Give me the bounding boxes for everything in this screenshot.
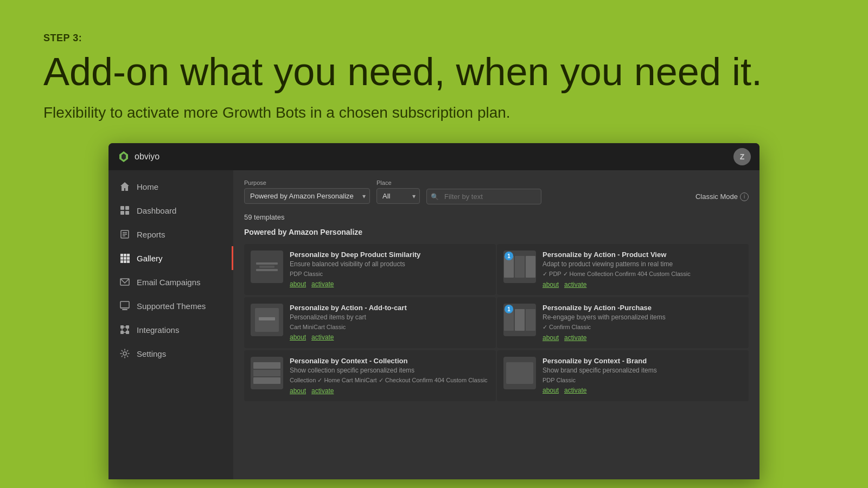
card-description: Ensure balanced visibility of all produc… bbox=[290, 260, 489, 268]
section-title: Powered by Amazon Personalize bbox=[244, 228, 749, 236]
purpose-filter-group: Purpose Powered by Amazon Personalize bbox=[244, 179, 370, 204]
card-thumbnail: 1 bbox=[503, 251, 536, 283]
sidebar-item-email-campaigns[interactable]: Email Campaigns bbox=[108, 270, 233, 294]
subheadline: Flexibility to activate more Growth Bots… bbox=[43, 104, 825, 121]
card-links: aboutactivate bbox=[542, 281, 742, 288]
page-container: STEP 3: Add-on what you need, when you n… bbox=[0, 0, 868, 479]
logo-icon bbox=[117, 150, 130, 163]
card-thumbnail: 1 bbox=[503, 304, 536, 336]
gallery-icon bbox=[119, 253, 130, 264]
app-window: obviyo Z Home bbox=[108, 143, 760, 479]
card-link-activate[interactable]: activate bbox=[564, 334, 586, 342]
place-select[interactable]: All bbox=[376, 188, 420, 204]
card-title: Personalize by Context - Brand bbox=[542, 357, 742, 365]
sidebar-item-dashboard[interactable]: Dashboard bbox=[108, 198, 233, 222]
card-link-activate[interactable]: activate bbox=[564, 387, 586, 394]
card-tags: PDP Classic bbox=[290, 271, 489, 277]
card-tags: ✓ PDP ✓ Home Collection Confirm 404 Cust… bbox=[542, 271, 742, 278]
sidebar: Home Dashboard bbox=[108, 170, 233, 479]
card-tags: ✓ Confirm Classic bbox=[542, 324, 742, 331]
sidebar-item-label: Home bbox=[137, 182, 158, 191]
card-tags: PDP Classic bbox=[542, 377, 742, 383]
template-card[interactable]: 1 Personalize by Action - Product View A… bbox=[497, 244, 749, 295]
svg-rect-3 bbox=[125, 211, 129, 215]
card-links: aboutactivate bbox=[290, 280, 489, 288]
card-thumbnail bbox=[251, 357, 283, 389]
card-link-activate[interactable]: activate bbox=[311, 333, 334, 341]
template-card[interactable]: Personalize by Action - Add-to-cart Pers… bbox=[244, 297, 496, 348]
sidebar-item-gallery[interactable]: Gallery bbox=[108, 246, 233, 270]
card-description: Show collection specific personalized it… bbox=[290, 367, 489, 374]
card-link-activate[interactable]: activate bbox=[311, 387, 334, 395]
logo-text: obviyo bbox=[135, 152, 159, 162]
sidebar-item-settings[interactable]: Settings bbox=[108, 342, 233, 365]
svg-rect-0 bbox=[120, 206, 124, 210]
sidebar-item-label: Gallery bbox=[137, 254, 163, 263]
template-card[interactable]: Personalize by Context - Brand Show bran… bbox=[497, 350, 749, 401]
svg-rect-23 bbox=[120, 331, 124, 334]
card-title: Personalize by Deep Product Similarity bbox=[290, 251, 489, 259]
purpose-select[interactable]: Powered by Amazon Personalize bbox=[244, 188, 370, 204]
card-title: Personalize by Action -Purchase bbox=[542, 304, 742, 312]
card-links: aboutactivate bbox=[542, 387, 742, 394]
title-bar: obviyo Z bbox=[108, 143, 760, 170]
card-link-about[interactable]: about bbox=[542, 281, 559, 288]
search-wrapper bbox=[426, 189, 541, 204]
card-link-activate[interactable]: activate bbox=[564, 281, 586, 288]
sidebar-item-label: Dashboard bbox=[137, 206, 176, 215]
user-avatar[interactable]: Z bbox=[733, 148, 751, 165]
card-links: aboutactivate bbox=[542, 334, 742, 342]
svg-rect-8 bbox=[120, 254, 123, 256]
templates-count: 59 templates bbox=[244, 213, 749, 221]
content-area: Purpose Powered by Amazon Personalize Pl… bbox=[233, 170, 760, 479]
card-link-about[interactable]: about bbox=[290, 387, 306, 395]
card-thumb-inner bbox=[251, 357, 283, 389]
card-thumbnail bbox=[251, 304, 283, 336]
sidebar-item-label: Settings bbox=[137, 349, 166, 358]
classic-mode-label: Classic Mode bbox=[695, 192, 738, 201]
dashboard-icon bbox=[119, 205, 130, 216]
card-link-activate[interactable]: activate bbox=[311, 280, 334, 288]
search-input[interactable] bbox=[426, 189, 541, 204]
card-description: Adapt to product viewing patterns in rea… bbox=[542, 260, 742, 268]
template-cards-grid: Personalize by Deep Product Similarity E… bbox=[244, 244, 749, 402]
sidebar-item-supported-themes[interactable]: Supported Themes bbox=[108, 294, 233, 318]
main-layout: Home Dashboard bbox=[108, 170, 760, 479]
step-label: STEP 3: bbox=[43, 33, 825, 44]
svg-point-29 bbox=[123, 352, 126, 355]
svg-rect-11 bbox=[120, 257, 123, 260]
reports-icon bbox=[119, 229, 130, 240]
card-title: Personalize by Context - Collection bbox=[290, 357, 489, 365]
card-thumbnail bbox=[503, 357, 536, 389]
card-thumb-inner bbox=[251, 304, 283, 336]
template-card[interactable]: 1 Personalize by Action -Purchase Re-eng… bbox=[497, 297, 749, 348]
card-info: Personalize by Context - Collection Show… bbox=[290, 357, 489, 395]
card-link-about[interactable]: about bbox=[290, 280, 306, 288]
card-thumb-inner bbox=[503, 357, 536, 389]
card-link-about[interactable]: about bbox=[542, 334, 559, 342]
card-tags: Cart MiniCart Classic bbox=[290, 324, 489, 330]
card-thumb-inner bbox=[251, 251, 283, 283]
svg-rect-12 bbox=[124, 257, 126, 260]
filter-row: Purpose Powered by Amazon Personalize Pl… bbox=[244, 179, 749, 204]
place-select-wrapper: All bbox=[376, 188, 420, 204]
card-info: Personalize by Action - Add-to-cart Pers… bbox=[290, 304, 489, 341]
card-link-about[interactable]: about bbox=[542, 387, 559, 394]
card-links: aboutactivate bbox=[290, 333, 489, 341]
template-card[interactable]: Personalize by Context - Collection Show… bbox=[244, 350, 496, 401]
sidebar-item-label: Email Campaigns bbox=[137, 278, 201, 287]
svg-rect-2 bbox=[120, 211, 124, 215]
sidebar-item-home[interactable]: Home bbox=[108, 175, 233, 198]
card-link-about[interactable]: about bbox=[290, 333, 306, 341]
card-thumbnail bbox=[251, 251, 283, 283]
purpose-label: Purpose bbox=[244, 179, 370, 186]
integrations-icon bbox=[119, 324, 130, 335]
sidebar-item-reports[interactable]: Reports bbox=[108, 222, 233, 246]
card-info: Personalize by Action -Purchase Re-engag… bbox=[542, 304, 742, 342]
sidebar-item-integrations[interactable]: Integrations bbox=[108, 318, 233, 342]
template-card[interactable]: Personalize by Deep Product Similarity E… bbox=[244, 244, 496, 295]
home-icon bbox=[119, 181, 130, 192]
info-icon[interactable]: i bbox=[740, 192, 749, 201]
sidebar-item-label: Supported Themes bbox=[137, 301, 206, 311]
purpose-select-wrapper: Powered by Amazon Personalize bbox=[244, 188, 370, 204]
